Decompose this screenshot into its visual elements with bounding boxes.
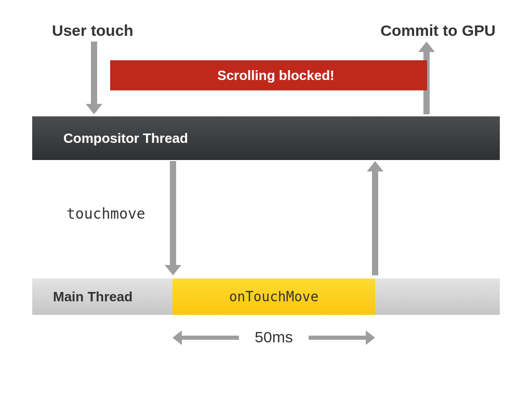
arrow-user-touch-down-icon bbox=[91, 42, 97, 104]
duration-line-right bbox=[309, 336, 366, 340]
duration-arrow-right-icon bbox=[366, 330, 375, 345]
on-touch-move-block: onTouchMove bbox=[172, 278, 375, 315]
arrow-user-touch-down-head-icon bbox=[86, 104, 102, 114]
arrow-touchmove-down-head-icon bbox=[165, 265, 181, 275]
arrow-commit-gpu-up-head-icon bbox=[418, 42, 435, 52]
label-commit-gpu: Commit to GPU bbox=[380, 22, 496, 39]
compositor-thread-bar: Compositor Thread bbox=[32, 116, 500, 160]
label-touchmove-event: touchmove bbox=[66, 205, 145, 222]
scrolling-blocked-bar: Scrolling blocked! bbox=[110, 60, 427, 90]
arrow-return-up-head-icon bbox=[367, 161, 383, 171]
arrow-touchmove-down-icon bbox=[170, 161, 176, 265]
diagram-stage: User touch Commit to GPU Scrolling block… bbox=[0, 0, 532, 399]
label-main-thread: Main Thread bbox=[53, 278, 132, 315]
duration-indicator: 50ms bbox=[172, 328, 375, 349]
main-thread-bar: Main Thread onTouchMove bbox=[32, 278, 500, 315]
arrow-return-up-icon bbox=[372, 171, 378, 275]
label-user-touch: User touch bbox=[52, 22, 134, 39]
